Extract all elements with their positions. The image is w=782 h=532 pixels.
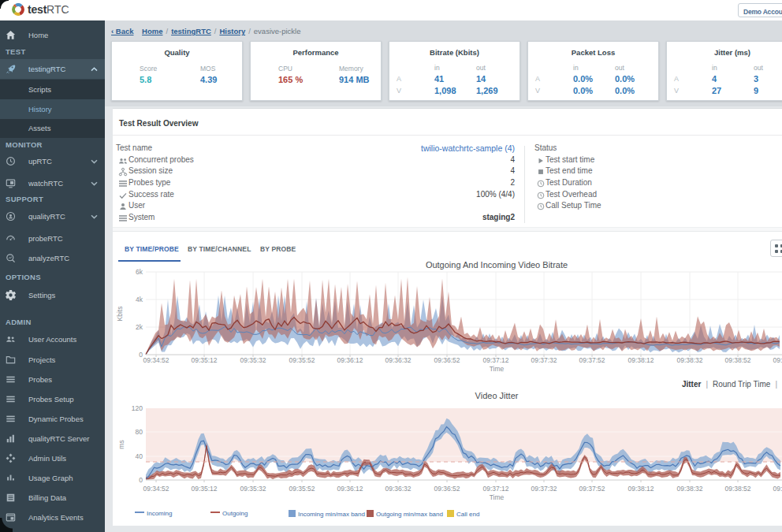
svg-text:09:35:52: 09:35:52 bbox=[289, 485, 315, 493]
svg-text:2k: 2k bbox=[136, 323, 143, 331]
svg-text:09:38:52: 09:38:52 bbox=[724, 485, 750, 493]
svg-text:09:37:52: 09:37:52 bbox=[579, 356, 605, 364]
svg-text:09:34:52: 09:34:52 bbox=[143, 356, 169, 364]
svg-text:4k: 4k bbox=[136, 296, 143, 303]
svg-text:09:34:52: 09:34:52 bbox=[143, 485, 169, 493]
svg-text:09:37:12: 09:37:12 bbox=[482, 485, 508, 493]
svg-text:09:38:32: 09:38:32 bbox=[676, 356, 702, 364]
svg-text:ms: ms bbox=[117, 440, 125, 448]
svg-text:09:35:32: 09:35:32 bbox=[240, 485, 266, 493]
svg-text:09:36:12: 09:36:12 bbox=[337, 485, 363, 493]
svg-text:09:35:32: 09:35:32 bbox=[240, 356, 266, 364]
svg-text:09:36:32: 09:36:32 bbox=[385, 485, 411, 493]
svg-text:Outgoing And Incoming Video Bi: Outgoing And Incoming Video Bitrate bbox=[426, 261, 568, 270]
svg-text:40: 40 bbox=[136, 452, 143, 460]
svg-text:09:38:12: 09:38:12 bbox=[627, 356, 654, 364]
svg-text:09:36:32: 09:36:32 bbox=[385, 356, 411, 364]
svg-text:Time: Time bbox=[490, 493, 505, 501]
svg-text:09:38:12: 09:38:12 bbox=[627, 485, 654, 493]
svg-text:09:39:12: 09:39:12 bbox=[773, 356, 782, 364]
svg-text:09:38:32: 09:38:32 bbox=[676, 485, 702, 493]
svg-text:09:36:12: 09:36:12 bbox=[337, 356, 363, 364]
svg-text:Video Jitter: Video Jitter bbox=[475, 391, 519, 400]
svg-text:Kbits: Kbits bbox=[116, 307, 124, 322]
svg-text:6k: 6k bbox=[136, 268, 143, 276]
svg-text:09:35:12: 09:35:12 bbox=[191, 356, 217, 364]
svg-text:09:35:12: 09:35:12 bbox=[191, 485, 217, 493]
svg-text:09:38:52: 09:38:52 bbox=[724, 356, 750, 364]
svg-text:09:37:32: 09:37:32 bbox=[531, 485, 557, 493]
svg-text:80: 80 bbox=[136, 428, 143, 436]
svg-text:09:35:52: 09:35:52 bbox=[289, 356, 315, 364]
svg-text:09:36:52: 09:36:52 bbox=[434, 356, 460, 364]
svg-text:09:36:52: 09:36:52 bbox=[434, 485, 460, 493]
svg-text:09:39:12: 09:39:12 bbox=[773, 485, 782, 493]
svg-text:09:37:52: 09:37:52 bbox=[579, 485, 605, 493]
svg-text:0: 0 bbox=[139, 476, 143, 484]
svg-text:09:37:32: 09:37:32 bbox=[531, 356, 557, 364]
svg-text:09:37:12: 09:37:12 bbox=[482, 356, 508, 364]
svg-text:120: 120 bbox=[132, 404, 143, 412]
